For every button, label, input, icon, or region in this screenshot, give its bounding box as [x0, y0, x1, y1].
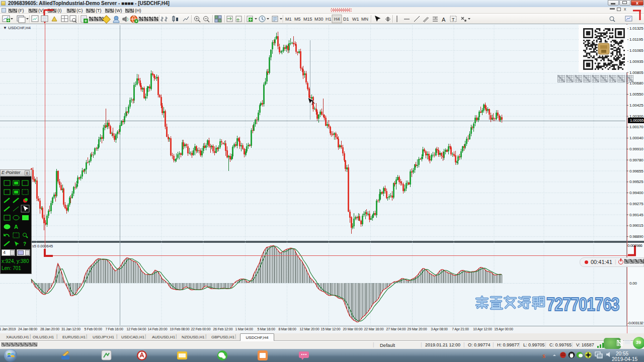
svg-text:20:55: 20:55 [616, 351, 628, 356]
svg-text:S: S [542, 353, 545, 359]
svg-text:2019-04-15: 2019-04-15 [612, 356, 638, 362]
